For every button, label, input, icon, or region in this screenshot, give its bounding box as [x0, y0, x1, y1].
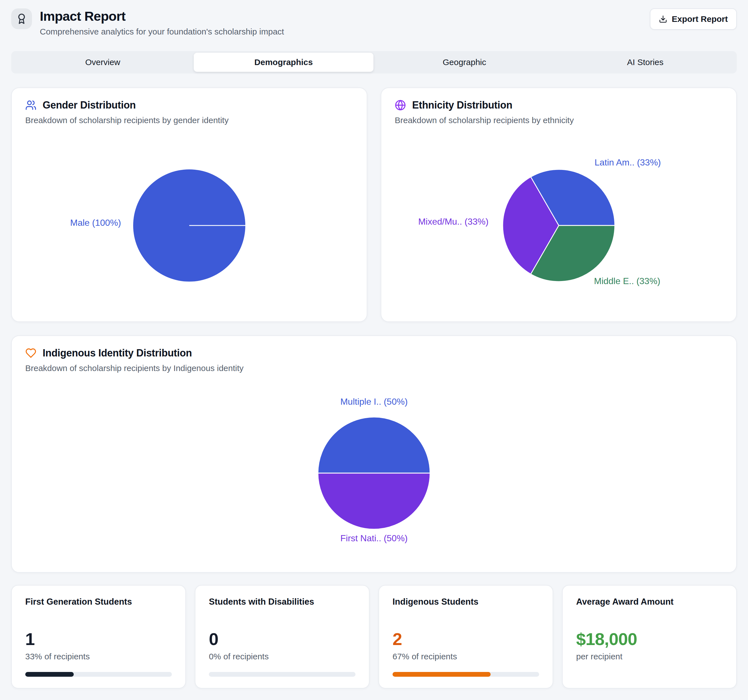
header-text: Impact Report Comprehensive analytics fo…	[40, 8, 284, 37]
ethnicity-pie[interactable]	[501, 168, 617, 283]
gender-pie[interactable]	[131, 168, 247, 283]
ethnicity-card-header: Ethnicity Distribution	[395, 99, 723, 111]
page-header: Impact Report Comprehensive analytics fo…	[11, 8, 737, 37]
stat-title: Students with Disabilities	[209, 597, 356, 607]
export-report-button[interactable]: Export Report	[650, 8, 737, 30]
indigenous-card-subtitle: Breakdown of scholarship recipients by I…	[25, 364, 723, 373]
stat-card-average-award: Average Award Amount $18,000 per recipie…	[562, 585, 737, 688]
page-subtitle: Comprehensive analytics for your foundat…	[40, 27, 284, 37]
pie-label-mixed-multiple: Mixed/Mu.. (33%)	[418, 216, 489, 227]
progress-bar-fill	[392, 672, 491, 677]
stats-row: First Generation Students 1 33% of recip…	[11, 585, 737, 688]
stat-subtext: 33% of recipients	[25, 652, 172, 661]
stat-title: First Generation Students	[25, 597, 172, 607]
page-title: Impact Report	[40, 9, 284, 24]
heart-icon	[25, 347, 36, 359]
gender-card-subtitle: Breakdown of scholarship recipients by g…	[25, 116, 353, 125]
report-tabs: Overview Demographics Geographic AI Stor…	[11, 51, 737, 73]
ethnicity-pie-chart: Latin Am.. (33%) Middle E.. (33%) Mixed/…	[395, 125, 723, 310]
pie-label-first-nations: First Nati.. (50%)	[341, 533, 407, 543]
stat-subtext: per recipient	[576, 652, 723, 661]
gender-card-header: Gender Distribution	[25, 99, 353, 111]
stat-value: 1	[25, 630, 172, 648]
award-icon-badge	[11, 8, 32, 29]
progress-bar	[209, 672, 356, 677]
indigenous-card-title: Indigenous Identity Distribution	[43, 347, 192, 359]
award-icon	[16, 13, 27, 24]
stat-value: 0	[209, 630, 356, 648]
stat-subtext: 0% of recipients	[209, 652, 356, 661]
progress-bar	[25, 672, 172, 677]
stat-value: $18,000	[576, 630, 723, 648]
impact-report-page: Impact Report Comprehensive analytics fo…	[0, 0, 748, 700]
gender-card-title: Gender Distribution	[43, 99, 136, 111]
users-icon	[25, 100, 36, 111]
stat-card-disabilities: Students with Disabilities 0 0% of recip…	[195, 585, 369, 688]
charts-row: Gender Distribution Breakdown of scholar…	[11, 87, 737, 322]
tab-overview[interactable]: Overview	[13, 53, 193, 72]
progress-bar	[392, 672, 539, 677]
pie-label-male: Male (100%)	[70, 218, 121, 228]
indigenous-pie-chart: Multiple I.. (50%) First Nati.. (50%)	[25, 373, 723, 561]
indigenous-distribution-card: Indigenous Identity Distribution Breakdo…	[11, 335, 737, 573]
pie-label-middle-eastern: Middle E.. (33%)	[594, 276, 661, 286]
indigenous-pie[interactable]	[316, 415, 432, 531]
progress-bar-fill	[25, 672, 74, 677]
tab-ai-stories[interactable]: AI Stories	[555, 53, 735, 72]
tab-demographics[interactable]: Demographics	[194, 53, 374, 72]
tab-geographic[interactable]: Geographic	[374, 53, 554, 72]
stat-value: 2	[392, 630, 539, 648]
ethnicity-card-title: Ethnicity Distribution	[412, 99, 512, 111]
stat-title: Indigenous Students	[392, 597, 539, 607]
gender-pie-chart: Male (100%)	[25, 125, 353, 310]
download-icon	[659, 15, 667, 23]
stat-subtext: 67% of recipients	[392, 652, 539, 661]
stat-card-indigenous: Indigenous Students 2 67% of recipients	[379, 585, 553, 688]
pie-label-multiple-identities: Multiple I.. (50%)	[341, 396, 407, 407]
ethnicity-card-subtitle: Breakdown of scholarship recipients by e…	[395, 116, 723, 125]
stat-title: Average Award Amount	[576, 597, 723, 607]
export-report-label: Export Report	[672, 14, 728, 24]
pie-label-latin-american: Latin Am.. (33%)	[594, 157, 661, 167]
stat-card-first-generation: First Generation Students 1 33% of recip…	[11, 585, 186, 688]
gender-distribution-card: Gender Distribution Breakdown of scholar…	[11, 87, 367, 322]
ethnicity-distribution-card: Ethnicity Distribution Breakdown of scho…	[381, 87, 737, 322]
indigenous-card-header: Indigenous Identity Distribution	[25, 347, 723, 359]
globe-icon	[395, 100, 406, 111]
